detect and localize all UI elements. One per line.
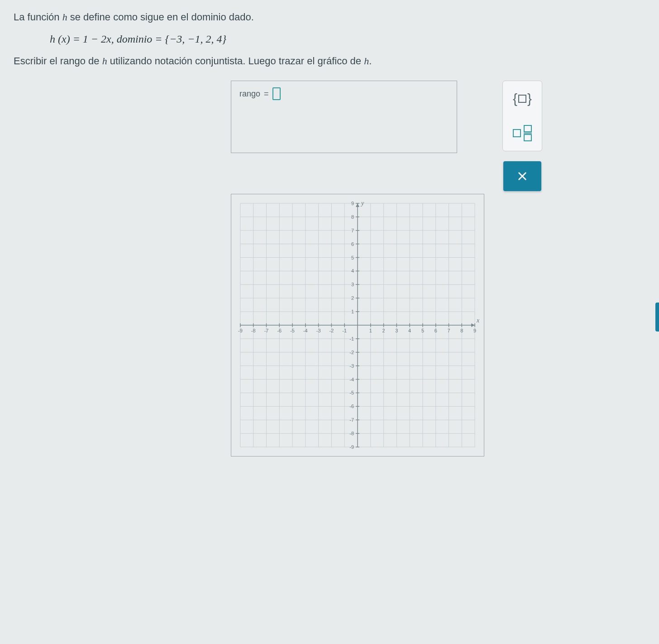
svg-text:8: 8 <box>460 328 463 333</box>
func-var-3: h <box>364 55 369 67</box>
svg-text:-6: -6 <box>277 328 282 333</box>
close-button[interactable] <box>503 161 541 191</box>
problem-line1-a: La función <box>14 11 62 23</box>
side-tab[interactable] <box>655 303 659 332</box>
svg-text:-7: -7 <box>349 417 354 423</box>
problem-line1-b: se define como sigue en el dominio dado. <box>67 11 254 23</box>
tool-panel: {} <box>502 81 542 151</box>
instruction-b: utilizando notación conjuntista. Luego t… <box>107 55 364 67</box>
svg-text:9: 9 <box>473 328 476 333</box>
rango-answer-box[interactable]: rango = <box>231 81 457 153</box>
svg-text:-2: -2 <box>330 328 334 333</box>
rango-input[interactable] <box>272 87 281 100</box>
svg-text:-5: -5 <box>290 328 295 333</box>
svg-text:1: 1 <box>369 328 372 333</box>
svg-text:x: x <box>476 317 480 324</box>
set-braces-button[interactable]: {} <box>508 87 536 111</box>
svg-text:6: 6 <box>351 241 354 247</box>
svg-text:-1: -1 <box>342 328 347 333</box>
close-icon <box>517 171 527 181</box>
func-var-2: h <box>102 55 107 67</box>
svg-text:3: 3 <box>351 282 354 287</box>
svg-text:-3: -3 <box>316 328 321 333</box>
graph-area[interactable]: -9-9-8-8-7-7-6-6-5-5-4-4-3-3-2-2-1-11122… <box>231 194 484 457</box>
svg-text:-4: -4 <box>349 377 354 382</box>
svg-text:y: y <box>360 200 364 207</box>
svg-text:-2: -2 <box>349 350 354 355</box>
svg-text:4: 4 <box>408 328 411 333</box>
svg-text:-7: -7 <box>264 328 269 333</box>
svg-text:9: 9 <box>351 201 354 206</box>
svg-text:-3: -3 <box>349 363 354 369</box>
svg-text:6: 6 <box>435 328 437 333</box>
equals-sign: = <box>264 89 269 99</box>
svg-text:-4: -4 <box>303 328 308 333</box>
svg-text:-9: -9 <box>349 444 354 450</box>
func-var-1: h <box>62 11 67 23</box>
svg-text:-8: -8 <box>349 431 354 436</box>
svg-text:2: 2 <box>351 295 354 301</box>
svg-text:3: 3 <box>395 328 398 333</box>
svg-text:-9: -9 <box>238 328 243 333</box>
equation: h (x) = 1 − 2x, dominio = {−3, −1, 2, 4} <box>50 33 645 45</box>
svg-text:-5: -5 <box>349 390 354 396</box>
svg-text:-1: -1 <box>349 336 354 341</box>
instruction-c: . <box>369 55 372 67</box>
svg-text:-6: -6 <box>349 404 354 409</box>
svg-text:8: 8 <box>351 214 354 220</box>
svg-text:-8: -8 <box>251 328 256 333</box>
svg-text:1: 1 <box>351 309 354 314</box>
svg-text:4: 4 <box>351 269 354 274</box>
svg-text:5: 5 <box>351 255 354 260</box>
fraction-button[interactable] <box>508 121 536 145</box>
svg-text:7: 7 <box>447 328 450 333</box>
svg-text:7: 7 <box>351 228 354 233</box>
instruction-a: Escribir el rango de <box>14 55 102 67</box>
svg-text:2: 2 <box>382 328 385 333</box>
svg-text:5: 5 <box>421 328 424 333</box>
rango-label: rango <box>239 89 260 99</box>
